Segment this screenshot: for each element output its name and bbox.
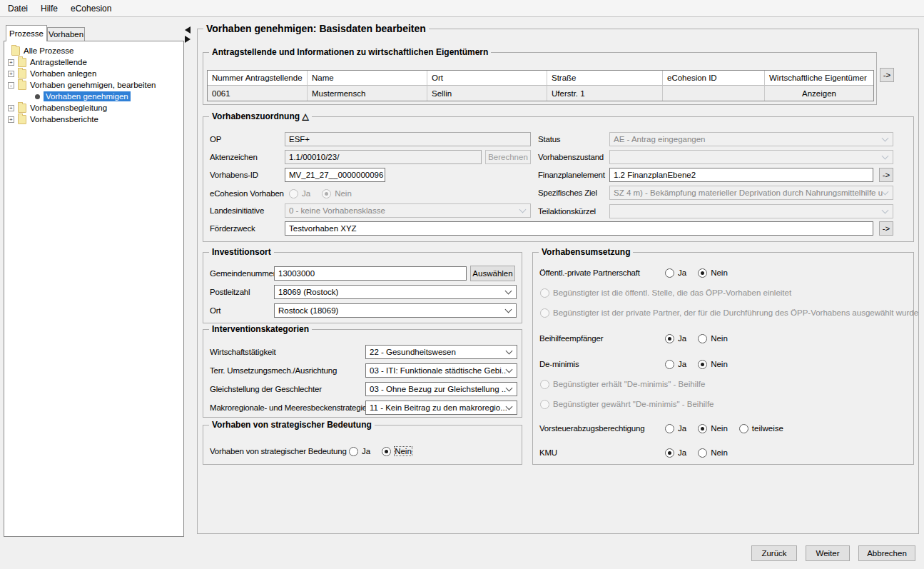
- menu-datei[interactable]: Datei: [1, 1, 34, 16]
- menu-bar: Datei Hilfe eCohesion: [0, 0, 924, 17]
- applicants-detail-arrow-button[interactable]: ->: [880, 68, 894, 82]
- chevron-down-icon: [882, 188, 889, 196]
- strategisch-group: Vorhaben von strategischer Bedeutung Vor…: [203, 425, 522, 465]
- tree-item-vorhaben-anlegen[interactable]: Vorhaben anlegen: [30, 69, 96, 78]
- gemeindenummer-field[interactable]: 13003000: [274, 266, 467, 281]
- gleichstellung-select[interactable]: 03 - Ohne Bezug zur Gleichstellung ...: [365, 382, 517, 396]
- investitionsort-group-title: Investitionsort: [209, 247, 274, 257]
- de-minimis-radio-group: Ja Nein: [665, 357, 739, 371]
- radio-nein-icon[interactable]: [698, 424, 707, 433]
- splitter-collapse-left-icon[interactable]: [185, 26, 191, 34]
- expand-icon[interactable]: [8, 116, 14, 123]
- radio-nein-icon[interactable]: [698, 334, 707, 343]
- radio-pair-nein: Nein: [698, 424, 728, 433]
- zuordnung-group: Vorhabenszuordnung △ OP ESF+ Aktenzeiche…: [203, 116, 914, 242]
- cell-name: Mustermensch: [308, 86, 427, 101]
- process-tree-panel: Alle Prozesse Antragstellende Vorhaben a…: [4, 41, 184, 537]
- expand-icon[interactable]: [8, 59, 14, 66]
- radio-nein-icon[interactable]: [698, 448, 707, 458]
- zurueck-button[interactable]: Zurück: [751, 545, 797, 561]
- tree-row: Alle Prozesse: [5, 45, 183, 56]
- radio-pair-option: Begünstigter gewährt "De-minimis" - Beih…: [540, 400, 714, 409]
- radio-nein-icon[interactable]: [698, 360, 707, 369]
- expand-icon[interactable]: [8, 71, 14, 77]
- tree-item-vorhaben-genehmigen[interactable]: Vorhaben genehmigen: [44, 91, 131, 101]
- tab-vorhaben-label: Vorhaben: [49, 30, 83, 39]
- tree-item-alle-prozesse[interactable]: Alle Prozesse: [24, 46, 73, 55]
- menu-ecohesion[interactable]: eCohesion: [64, 1, 118, 16]
- radio-ja-icon[interactable]: [665, 268, 674, 278]
- wirtschaftstaetigkeit-select[interactable]: 22 - Gesundheitswesen: [365, 345, 517, 359]
- status-label: Status: [538, 132, 560, 146]
- wirtschaftstaetigkeit-label: Wirtschaftstätigkeit: [210, 345, 276, 359]
- radio-nein-label: Nein: [395, 447, 412, 455]
- radio-pair-ja: Ja: [665, 448, 686, 458]
- radio-nein-label: Nein: [711, 268, 728, 277]
- expand-icon[interactable]: [8, 105, 14, 111]
- radio-pair-ja: Ja: [665, 268, 686, 278]
- spezifisches-ziel-label: Spezifisches Ziel: [538, 186, 597, 200]
- chevron-down-icon: [882, 153, 889, 160]
- radio-pair-option: Begünstigter ist der private Partner, de…: [540, 308, 918, 318]
- radio-ja-icon[interactable]: [665, 360, 674, 369]
- tab-vorhaben[interactable]: Vorhaben: [47, 27, 85, 41]
- vorhabens-id-field[interactable]: MV_21_27__0000000096: [285, 168, 385, 182]
- tree-item-antragstellende[interactable]: Antragstellende: [30, 58, 87, 66]
- radio-icon: [540, 400, 549, 409]
- radio-nein-label: Nein: [711, 448, 728, 457]
- radio-pair-ja: Ja: [349, 447, 370, 456]
- vorhabenszustand-select: [609, 150, 893, 164]
- finanzplanelement-field[interactable]: 1.2 FinanzplanEbene2: [609, 168, 873, 182]
- radio-ja-icon[interactable]: [349, 447, 358, 456]
- folder-icon: [11, 46, 20, 56]
- postleitzahl-select[interactable]: 18069 (Rostock): [274, 285, 517, 299]
- aktenzeichen-field: 1.1/00010/23/: [285, 150, 482, 164]
- weiter-button[interactable]: Weiter: [806, 545, 850, 561]
- ort-value: Rostock (18069): [278, 306, 338, 315]
- radio-ja-label: Ja: [678, 268, 686, 277]
- ecohesion-vorhaben-label: eCohesion Vorhaben: [210, 186, 284, 201]
- radio-nein-icon[interactable]: [382, 447, 391, 456]
- tree-item-vorhaben-genehmigen-bearbeiten[interactable]: Vorhaben genehmigen, bearbeiten: [30, 81, 156, 89]
- radio-ja-label: Ja: [678, 424, 686, 433]
- vorhabenszustand-label: Vorhabenszustand: [538, 150, 604, 164]
- table-header-row: Nummer Antragstellende Name Ort Straße e…: [208, 71, 873, 86]
- foerderzweck-arrow-button[interactable]: ->: [879, 221, 893, 236]
- radio-ja-icon[interactable]: [665, 448, 674, 458]
- radio-pair-ja: Ja: [665, 334, 686, 343]
- teilaktionskuerzel-label: Teilaktionskürzel: [538, 204, 596, 218]
- terr-umsetzung-select[interactable]: 03 - ITI: Funktionale städtische Gebi...: [365, 363, 517, 378]
- abbrechen-button[interactable]: Abbrechen: [858, 545, 915, 561]
- dm-option1-label: Begünstigter erhält "De-minimis" - Beihi…: [553, 380, 705, 388]
- gleichstellung-label: Gleichstellung der Geschlechter: [210, 382, 322, 396]
- radio-teilweise-icon[interactable]: [739, 424, 748, 433]
- splitter-collapse-right-icon[interactable]: [185, 36, 191, 43]
- tree-item-vorhabensbegleitung[interactable]: Vorhabensbegleitung: [30, 104, 107, 112]
- tree-row: Vorhaben genehmigen: [5, 91, 183, 102]
- dm-option2-radio: Begünstigter gewährt "De-minimis" - Beih…: [540, 397, 725, 411]
- landesinitiative-label: Landesinitiative: [210, 203, 264, 218]
- tree-item-vorhabensberichte[interactable]: Vorhabensberichte: [30, 115, 98, 124]
- tree-row: Vorhaben genehmigen, bearbeiten: [5, 79, 183, 91]
- anzeigen-button[interactable]: Anzeigen: [765, 86, 873, 101]
- strategisch-radio-group: Ja Nein: [349, 444, 423, 458]
- auswaehlen-button[interactable]: Auswählen: [470, 266, 515, 281]
- makroregional-select[interactable]: 11 - Kein Beitrag zu den makroregio...: [365, 401, 517, 415]
- radio-pair-ja: Ja: [665, 424, 686, 433]
- ort-select[interactable]: Rostock (18069): [274, 303, 517, 318]
- collapse-icon[interactable]: [8, 82, 14, 89]
- radio-pair-nein: Nein: [698, 360, 728, 369]
- tab-prozesse[interactable]: Prozesse: [6, 25, 47, 41]
- foerderzweck-label: Förderzweck: [210, 221, 255, 236]
- applicants-group-title: Antragstellende und Informationen zu wir…: [209, 47, 491, 57]
- menu-hilfe[interactable]: Hilfe: [34, 1, 64, 16]
- foerderzweck-field[interactable]: Testvorhaben XYZ: [285, 221, 873, 236]
- radio-ja-icon[interactable]: [665, 334, 674, 343]
- wirtschaftstaetigkeit-value: 22 - Gesundheitswesen: [370, 348, 456, 356]
- kmu-label: KMU: [539, 445, 557, 460]
- postleitzahl-value: 18069 (Rostock): [278, 288, 338, 296]
- radio-nein-icon[interactable]: [698, 268, 707, 278]
- beihilfeempfaenger-radio-group: Ja Nein: [665, 331, 739, 346]
- finanzplanelement-arrow-button[interactable]: ->: [879, 168, 893, 182]
- radio-ja-icon[interactable]: [665, 424, 674, 433]
